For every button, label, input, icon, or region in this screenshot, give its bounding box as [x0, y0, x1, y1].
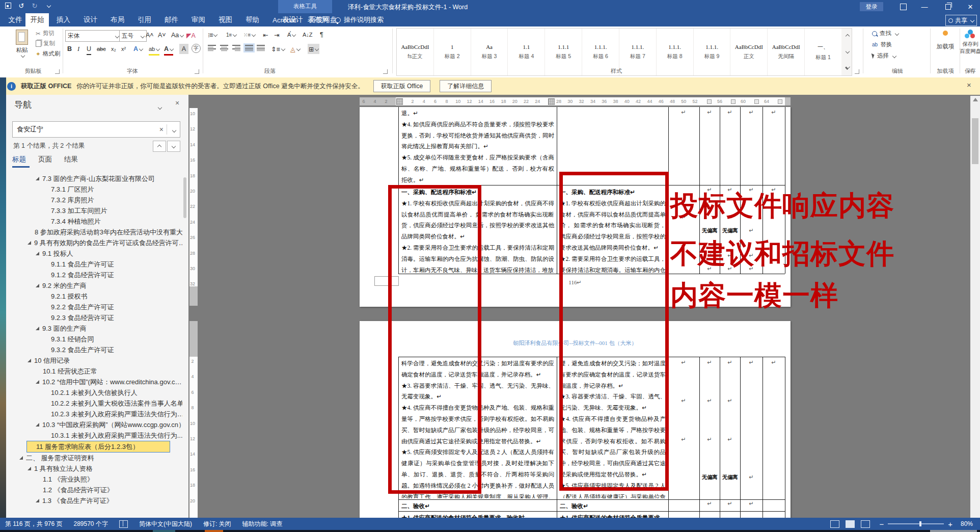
subscript-button[interactable]: x₂	[111, 44, 116, 54]
decrease-indent-button[interactable]: ⇤	[263, 30, 268, 40]
cut-button[interactable]: ✂剪切	[36, 30, 55, 37]
nav-item[interactable]: 9.3 面的生产商	[6, 323, 182, 334]
show-marks-button[interactable]: ¶	[320, 30, 323, 40]
license-bar-close-icon[interactable]: ×	[967, 81, 971, 89]
shading-bucket-icon[interactable]: ◬	[290, 44, 300, 54]
italic-button[interactable]: I	[77, 44, 79, 54]
share-button[interactable]: 共享	[945, 15, 977, 26]
nav-item[interactable]: 10.2.2 未被列入重大税收违法案件当事人名单	[6, 398, 182, 409]
track-changes-indicator[interactable]: 修订: 关闭	[203, 520, 231, 528]
nav-pane-options-chevron-icon[interactable]	[157, 102, 161, 111]
expand-triangle-icon[interactable]	[28, 241, 31, 245]
nav-item[interactable]: 7.3.3 加工车间照片	[6, 205, 182, 216]
nav-item[interactable]: 9.1 投标人	[6, 248, 182, 259]
search-clear-icon[interactable]: ×	[156, 125, 167, 134]
nav-item[interactable]: 9.1.2 食品经营许可证	[6, 270, 182, 280]
tab-邮件[interactable]: 邮件	[158, 13, 185, 26]
expand-triangle-icon[interactable]	[28, 359, 31, 362]
nav-item[interactable]: 1.3 《食品生产许可证》	[6, 495, 182, 506]
print-layout-icon[interactable]	[846, 520, 855, 528]
align-center-button[interactable]	[220, 45, 228, 51]
expand-triangle-icon[interactable]	[36, 327, 39, 330]
nav-tab-headings[interactable]: 标题	[12, 155, 26, 164]
nav-item[interactable]: 9.3.2 食品生产许可证	[6, 344, 182, 355]
format-painter-button[interactable]: ✦格式刷	[36, 50, 60, 58]
nav-item[interactable]: 9 具有有效期内的食品生产许可证或食品经营许可…	[6, 237, 182, 248]
cell-section-acceptance[interactable]: 二、验收↵	[560, 501, 666, 511]
nav-item[interactable]: 9.1.1 食品生产许可证	[6, 259, 182, 270]
clipboard-dialog-launcher-icon[interactable]	[55, 69, 60, 74]
text-effects-button[interactable]: A	[133, 44, 143, 54]
nav-item[interactable]: 1.2 《食品经营许可证》	[6, 485, 182, 495]
paste-button[interactable]: 粘贴	[10, 30, 34, 57]
word-count[interactable]: 289570 个字	[74, 520, 108, 528]
nav-item[interactable]: 10.2.3 未被列入政府采购严重违法失信行为…	[6, 409, 182, 419]
table-column-marker-icon[interactable]	[548, 98, 555, 105]
tab-home-active[interactable]: 开始	[25, 13, 49, 26]
expand-triangle-icon[interactable]	[36, 252, 39, 255]
highlight-color-button[interactable]: ab	[149, 44, 159, 56]
font-dialog-launcher-icon[interactable]	[195, 69, 199, 74]
nav-item[interactable]: 9.2 米的生产商	[6, 280, 182, 291]
column-marker-icon[interactable]	[778, 99, 782, 104]
style-item[interactable]: AaBbCcDdI无间隔	[768, 29, 805, 75]
clear-format-icon[interactable]: ◤A	[186, 30, 196, 40]
expand-triangle-icon[interactable]	[19, 456, 23, 460]
styles-dialog-launcher-icon[interactable]	[855, 69, 859, 74]
superscript-button[interactable]: x²	[121, 44, 126, 54]
borders-button[interactable]: ⊞	[308, 44, 319, 54]
nav-item[interactable]: 1 具有独立法人资格	[6, 463, 182, 474]
zoom-slider-thumb[interactable]	[919, 521, 921, 526]
nav-item[interactable]: 10.3 “中国政府采购网”（网站www.ccgp.gov.cn）	[6, 419, 182, 430]
character-shading-button[interactable]: A	[179, 44, 188, 54]
accessibility-indicator[interactable]: 辅助功能: 调查	[242, 520, 283, 528]
expand-triangle-icon[interactable]	[36, 177, 39, 180]
ribbon-display-options-icon[interactable]	[894, 0, 912, 13]
signin-button[interactable]: 登录	[860, 2, 883, 11]
style-item[interactable]: 1.1.1.标题 9	[694, 29, 731, 75]
nav-item[interactable]: 9.2.3 食品经营许可证	[6, 312, 182, 323]
nav-pane-close-icon[interactable]: ×	[175, 99, 179, 107]
redo-icon[interactable]: ↻	[31, 2, 39, 10]
close-icon[interactable]: ✕	[962, 0, 979, 13]
tab-table-layout[interactable]: 表布局	[306, 13, 330, 26]
zoom-in-icon[interactable]: +	[948, 520, 952, 528]
table-adjuster-icon[interactable]	[396, 98, 403, 105]
expand-triangle-icon[interactable]	[36, 499, 39, 502]
multilevel-list-button[interactable]: ⁙≡	[243, 30, 255, 40]
nav-item[interactable]: 11 服务需求响应表（后分1.2.3包）	[26, 441, 170, 453]
customize-qat-icon[interactable]	[44, 2, 52, 10]
tell-me-search[interactable]: 操作说明搜索	[335, 13, 384, 26]
nav-item[interactable]: 10.2.1 未被列入失信被执行人	[6, 387, 182, 398]
tab-视图[interactable]: 视图	[212, 13, 239, 26]
nav-item[interactable]: 10.2 “信用中国”(网站：www.creditchina.gov.c…	[6, 377, 182, 387]
increase-indent-button[interactable]: ⇥	[274, 30, 279, 40]
strikethrough-button[interactable]: abc	[97, 44, 106, 54]
save-icon[interactable]	[4, 2, 12, 10]
nav-item[interactable]: 1.1 《营业执照》	[6, 474, 182, 485]
style-item[interactable]: Aa标题 3	[471, 29, 508, 75]
web-layout-icon[interactable]	[861, 520, 870, 528]
zoom-out-icon[interactable]: −	[879, 520, 884, 528]
nav-item[interactable]: 9.2.1 授权书	[6, 291, 182, 302]
style-item[interactable]: AaBbCcDdI正文	[730, 29, 768, 75]
document-scrollbar-thumb[interactable]	[972, 118, 978, 164]
bullets-button[interactable]: ⁝≡	[208, 30, 217, 40]
asian-layout-button[interactable]: A̕	[287, 30, 295, 40]
expand-triangle-icon[interactable]	[28, 467, 31, 470]
style-item[interactable]: 1.1.1.标题 8	[657, 29, 694, 75]
cell-clipped-row[interactable]: ★1. 供应商配送的食材须符合质量要求，验收时……	[560, 513, 666, 518]
get-genuine-office-button[interactable]: 获取正版 Office	[373, 80, 430, 92]
nav-item[interactable]: 7.3 面的生产商-山东梨花面业有限公司	[6, 173, 182, 184]
tab-file[interactable]: 文件	[4, 13, 26, 26]
restore-icon[interactable]	[939, 0, 957, 13]
nav-item[interactable]: 7.3.2 库房照片	[6, 195, 182, 205]
expand-triangle-icon[interactable]	[36, 380, 39, 384]
align-right-button[interactable]	[232, 45, 240, 51]
nav-item[interactable]: 10.3.1 未被列入政府采购严重违法失信行为...	[6, 430, 182, 441]
line-spacing-button[interactable]: ⇕≡	[271, 44, 285, 54]
shrink-font-button[interactable]: A˅	[158, 30, 166, 40]
find-button[interactable]: 查找	[872, 30, 899, 37]
nav-scrollbar[interactable]	[182, 173, 187, 518]
tab-设计[interactable]: 设计	[77, 13, 104, 26]
